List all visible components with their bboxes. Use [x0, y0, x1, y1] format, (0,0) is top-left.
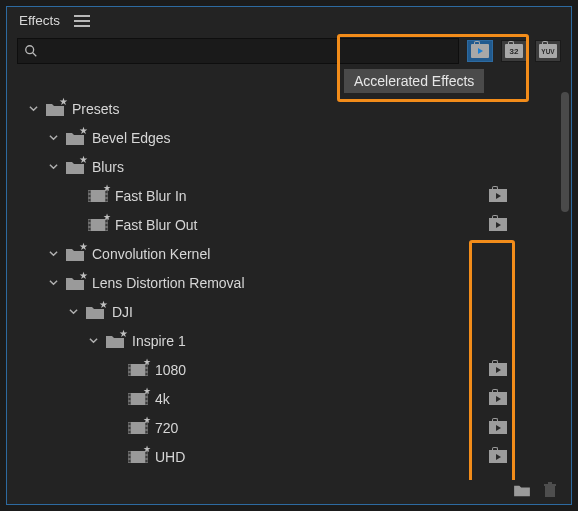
- tree-item-label: Inspire 1: [132, 333, 555, 349]
- accelerated-badge-icon: [487, 420, 509, 436]
- disclosure-triangle-icon[interactable]: [68, 307, 78, 317]
- folder-icon: ★: [65, 247, 85, 261]
- tree-preset-row[interactable]: ★720: [7, 413, 571, 442]
- tree-item-label: Convolution Kernel: [92, 246, 555, 262]
- delete-button[interactable]: [543, 482, 557, 501]
- folder-icon: ★: [105, 334, 125, 348]
- svg-rect-2: [545, 486, 555, 497]
- accelerated-badge-icon: [487, 188, 509, 204]
- svg-rect-4: [548, 482, 552, 484]
- search-input[interactable]: [17, 38, 459, 64]
- tree-folder-row[interactable]: ★Presets: [7, 94, 571, 123]
- preset-icon: ★: [88, 188, 108, 203]
- folder-icon: ★: [85, 305, 105, 319]
- svg-rect-3: [544, 484, 556, 486]
- yuv-icon: YUV: [539, 44, 557, 58]
- folder-icon: ★: [65, 276, 85, 290]
- tree-folder-row[interactable]: ★Bevel Edges: [7, 123, 571, 152]
- accelerated-badge-icon: [487, 449, 509, 465]
- folder-icon: ★: [65, 131, 85, 145]
- tree-folder-row[interactable]: ★Blurs: [7, 152, 571, 181]
- preset-icon: ★: [128, 362, 148, 377]
- tree-container: ★Presets★Bevel Edges★Blurs★Fast Blur In★…: [7, 68, 571, 480]
- filter-accelerated-button[interactable]: [467, 40, 493, 62]
- svg-point-0: [26, 46, 34, 54]
- tree-item-label: Bevel Edges: [92, 130, 555, 146]
- tree-folder-row[interactable]: ★Inspire 1: [7, 326, 571, 355]
- scrollbar[interactable]: [561, 92, 569, 452]
- accelerated-badge-icon: [487, 217, 509, 233]
- tree-preset-row[interactable]: ★UHD: [7, 442, 571, 471]
- tree-item-label: UHD: [155, 449, 480, 465]
- panel-title: Effects: [19, 13, 60, 28]
- panel-footer: [7, 480, 571, 504]
- preset-icon: ★: [128, 391, 148, 406]
- tree-item-label: Fast Blur Out: [115, 217, 480, 233]
- search-row: 32 YUV Accelerated Effects: [7, 38, 571, 68]
- panel-menu-icon[interactable]: [74, 15, 90, 27]
- search-icon: [24, 44, 38, 58]
- panel-titlebar: Effects: [7, 7, 571, 38]
- folder-icon: ★: [65, 160, 85, 174]
- svg-line-1: [33, 53, 37, 57]
- tree-item-label: 720: [155, 420, 480, 436]
- tree-item-label: 4k: [155, 391, 480, 407]
- preset-icon: ★: [128, 449, 148, 464]
- folder-icon: ★: [45, 102, 65, 116]
- tree-preset-row[interactable]: ★4k: [7, 384, 571, 413]
- filter-buttons: 32 YUV: [467, 38, 561, 64]
- tree-item-label: Blurs: [92, 159, 555, 175]
- tree-folder-row[interactable]: ★Lens Distortion Removal: [7, 268, 571, 297]
- tree-preset-row[interactable]: ★1080: [7, 355, 571, 384]
- accelerated-icon: [471, 44, 489, 58]
- disclosure-triangle-icon[interactable]: [28, 104, 38, 114]
- tree-item-label: Fast Blur In: [115, 188, 480, 204]
- tree-folder-row[interactable]: ★Convolution Kernel: [7, 239, 571, 268]
- tree-item-label: Presets: [72, 101, 555, 117]
- tree-preset-row[interactable]: ★Fast Blur In: [7, 181, 571, 210]
- tree-item-label: Lens Distortion Removal: [92, 275, 555, 291]
- preset-icon: ★: [88, 217, 108, 232]
- disclosure-triangle-icon[interactable]: [48, 278, 58, 288]
- effects-tree[interactable]: ★Presets★Bevel Edges★Blurs★Fast Blur In★…: [7, 90, 571, 475]
- filter-yuv-button[interactable]: YUV: [535, 40, 561, 62]
- tree-item-label: 1080: [155, 362, 480, 378]
- accelerated-badge-icon: [487, 391, 509, 407]
- tree-preset-row[interactable]: ★Fast Blur Out: [7, 210, 571, 239]
- disclosure-triangle-icon[interactable]: [88, 336, 98, 346]
- disclosure-triangle-icon[interactable]: [48, 249, 58, 259]
- tree-folder-row[interactable]: ★DJI: [7, 297, 571, 326]
- effects-panel: Effects 32 YUV Accelerated Effects: [6, 6, 572, 505]
- disclosure-triangle-icon[interactable]: [48, 133, 58, 143]
- 32bit-icon: 32: [505, 44, 523, 58]
- disclosure-triangle-icon[interactable]: [48, 162, 58, 172]
- scrollbar-thumb[interactable]: [561, 92, 569, 212]
- filter-32bit-button[interactable]: 32: [501, 40, 527, 62]
- tree-item-label: DJI: [112, 304, 555, 320]
- new-folder-button[interactable]: [513, 483, 531, 500]
- preset-icon: ★: [128, 420, 148, 435]
- accelerated-badge-icon: [487, 362, 509, 378]
